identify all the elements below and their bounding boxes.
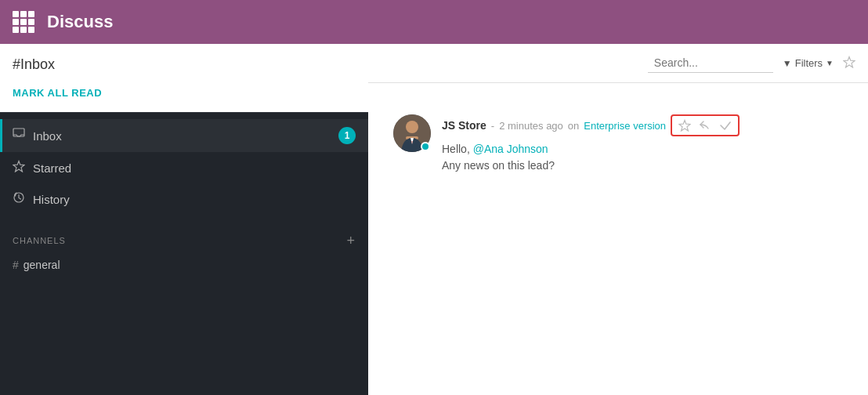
sender-name: JS Store	[442, 119, 486, 132]
star-filter-button[interactable]	[843, 56, 855, 71]
svg-marker-8	[679, 121, 690, 132]
message-mention: @Ana Johnson	[473, 143, 548, 155]
online-indicator	[421, 142, 430, 151]
svg-marker-1	[13, 161, 24, 172]
inbox-badge: 1	[338, 127, 356, 144]
message-area: JS Store - 2 minutes ago on Enterprise v…	[368, 83, 868, 395]
sidebar-nav: Inbox 1 Starred History	[0, 112, 368, 221]
filter-icon: ▼	[783, 58, 792, 69]
reply-message-button[interactable]	[696, 118, 714, 133]
message-content: JS Store - 2 minutes ago on Enterprise v…	[442, 114, 843, 174]
mark-read-message-button[interactable]	[716, 118, 735, 133]
filters-dropdown-icon: ▼	[826, 59, 834, 67]
on-text: on	[568, 120, 579, 132]
sidebar-item-starred[interactable]: Starred	[0, 152, 368, 183]
sidebar: #Inbox MARK ALL READ Inbox 1 Starred	[0, 44, 368, 395]
content-header: ▼ Filters ▼	[368, 44, 868, 83]
channel-link[interactable]: Enterprise version	[584, 120, 666, 132]
sidebar-item-starred-label: Starred	[33, 161, 356, 175]
channel-name-general: general	[24, 259, 60, 271]
history-icon	[13, 191, 25, 207]
sidebar-item-history-label: History	[33, 193, 356, 206]
sidebar-item-inbox-label: Inbox	[33, 129, 338, 143]
sidebar-item-inbox[interactable]: Inbox 1	[0, 119, 368, 152]
channels-section: CHANNELS + # general	[0, 221, 368, 282]
avatar-wrap	[393, 114, 431, 152]
message-meta: JS Store - 2 minutes ago on Enterprise v…	[442, 114, 843, 136]
message-body-text: Any news on this lead?	[442, 159, 555, 172]
sidebar-item-history[interactable]: History	[0, 183, 368, 215]
filters-button[interactable]: ▼ Filters ▼	[783, 57, 834, 69]
content-area: ▼ Filters ▼	[368, 44, 868, 395]
channels-label: CHANNELS	[13, 236, 66, 245]
time-ago: 2 minutes ago	[499, 120, 563, 132]
message-item: JS Store - 2 minutes ago on Enterprise v…	[381, 102, 855, 187]
action-icons-group	[671, 114, 740, 136]
star-icon	[13, 160, 25, 176]
svg-point-6	[406, 121, 418, 133]
add-channel-button[interactable]: +	[346, 234, 356, 248]
meta-separator: -	[491, 120, 494, 132]
inbox-icon	[13, 128, 25, 143]
star-message-button[interactable]	[675, 118, 694, 133]
mark-all-read-button[interactable]: MARK ALL READ	[13, 87, 102, 99]
main-layout: #Inbox MARK ALL READ Inbox 1 Starred	[0, 44, 868, 395]
filters-label: Filters	[795, 57, 823, 69]
channels-header: CHANNELS +	[13, 234, 356, 248]
app-title: Discuss	[47, 12, 113, 32]
svg-marker-4	[844, 56, 855, 67]
channel-hash-icon: #	[13, 259, 19, 271]
inbox-title: #Inbox	[0, 44, 368, 79]
sidebar-subheader: #Inbox MARK ALL READ	[0, 44, 368, 112]
top-header: Discuss	[0, 0, 868, 44]
message-body: Hello, @Ana Johnson Any news on this lea…	[442, 141, 843, 174]
search-input[interactable]	[648, 53, 773, 73]
message-greeting: Hello,	[442, 143, 473, 155]
channel-item-general[interactable]: # general	[13, 254, 356, 276]
mark-all-read-row: MARK ALL READ	[0, 79, 368, 112]
apps-grid-icon[interactable]	[13, 11, 34, 33]
